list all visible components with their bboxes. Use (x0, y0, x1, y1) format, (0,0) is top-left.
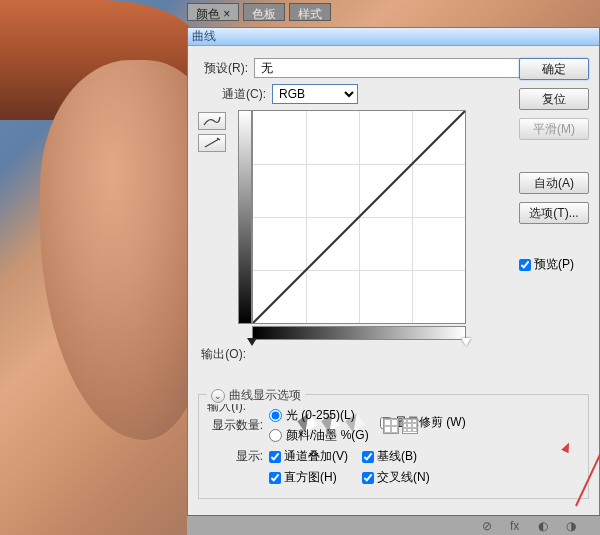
tab-styles[interactable]: 样式 (289, 3, 331, 21)
preview-check[interactable]: 预览(P) (519, 256, 589, 273)
input-slider[interactable] (252, 340, 466, 348)
channel-label: 通道(C): (216, 86, 266, 103)
black-point-handle[interactable] (247, 338, 257, 346)
curve-tools (198, 112, 232, 348)
check-baseline[interactable]: 基线(B) (362, 448, 430, 465)
check-channel-overlay[interactable]: 通道叠加(V) (269, 448, 348, 465)
options-button[interactable]: 选项(T)... (519, 202, 589, 224)
mask-icon[interactable]: ◐ (538, 519, 552, 533)
show-label: 显示: (207, 448, 263, 465)
grid-simple-icon[interactable] (383, 418, 399, 434)
titlebar[interactable]: 曲线 (188, 28, 599, 46)
channel-select[interactable]: RGB (272, 84, 358, 104)
smooth-button: 平滑(M) (519, 118, 589, 140)
curve-graph-wrap (238, 110, 466, 324)
options-legend: 曲线显示选项 (229, 387, 301, 404)
radio-light[interactable]: 光 (0-255)(L) (269, 407, 369, 424)
reset-button[interactable]: 复位 (519, 88, 589, 110)
svg-line-0 (253, 111, 465, 323)
grid-detailed-icon[interactable] (402, 418, 418, 434)
link-icon[interactable]: ⊘ (482, 519, 496, 533)
pencil-tool-icon[interactable] (198, 134, 226, 152)
fx-icon[interactable]: fx (510, 519, 524, 533)
curve-graph[interactable] (252, 110, 466, 324)
check-intersection[interactable]: 交叉线(N) (362, 469, 430, 486)
radio-pigment[interactable]: 颜料/油墨 %(G) (269, 427, 369, 444)
auto-button[interactable]: 自动(A) (519, 172, 589, 194)
output-label: 输出(O): (198, 346, 246, 363)
white-point-handle[interactable] (461, 338, 471, 346)
curve-tool-icon[interactable] (198, 112, 226, 130)
amount-label: 显示数量: (207, 417, 263, 434)
tab-swatches[interactable]: 色板 (243, 3, 285, 21)
x-gradient (252, 326, 466, 340)
preset-label: 预设(R): (198, 60, 248, 77)
y-gradient (238, 110, 252, 324)
dialog-title: 曲线 (192, 28, 216, 45)
adjustment-icon[interactable]: ◑ (566, 519, 580, 533)
collapse-icon[interactable]: ⌄ (211, 389, 225, 403)
check-histogram[interactable]: 直方图(H) (269, 469, 348, 486)
panel-tabs: 颜色 × 色板 样式 (187, 3, 331, 23)
layers-panel-footer: ⊘ fx ◐ ◑ (187, 515, 600, 535)
curve-display-options: ⌄ 曲线显示选项 显示数量: 光 (0-255)(L) 颜料/油墨 %(G) 显… (198, 394, 589, 499)
ok-button[interactable]: 确定 (519, 58, 589, 80)
curves-dialog: 曲线 预设(R): 无 通道(C): RGB (187, 27, 600, 535)
tab-color[interactable]: 颜色 × (187, 3, 239, 21)
